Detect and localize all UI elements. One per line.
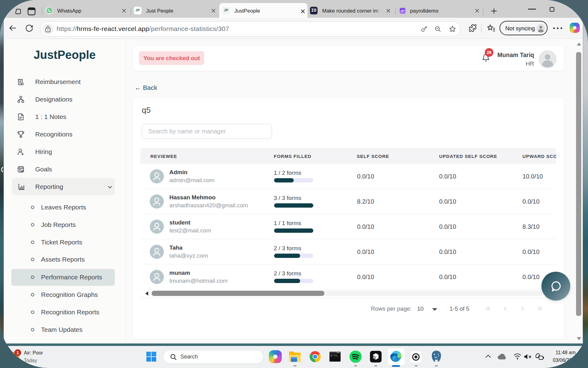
svg-text:C:\>_: C:\>_ (330, 354, 339, 357)
svg-text:1: 1 (17, 350, 19, 355)
